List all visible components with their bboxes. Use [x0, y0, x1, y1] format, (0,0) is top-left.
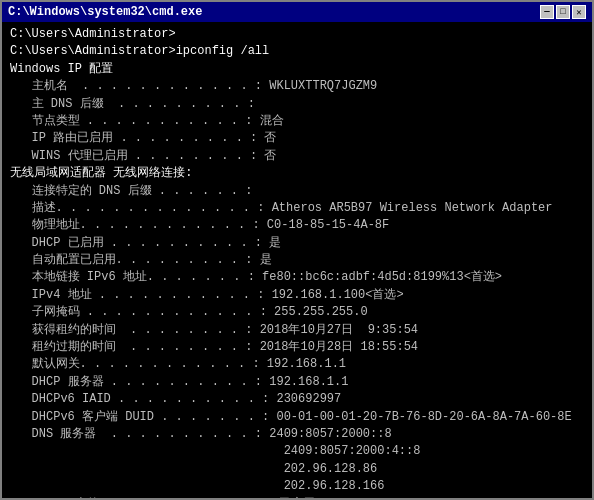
terminal-line: 连接特定的 DNS 后缀 . . . . . . : [10, 183, 584, 200]
maximize-button[interactable]: □ [556, 5, 570, 19]
terminal-line: 202.96.128.166 [10, 478, 584, 495]
terminal-line: DHCPv6 客户端 DUID . . . . . . . : 00-01-00… [10, 409, 584, 426]
terminal-line: DNS 服务器 . . . . . . . . . . : 2409:8057:… [10, 426, 584, 443]
terminal-line: IP 路由已启用 . . . . . . . . . : 否 [10, 130, 584, 147]
cmd-window: C:\Windows\system32\cmd.exe — □ ✕ C:\Use… [0, 0, 594, 500]
terminal-line: WINS 代理已启用 . . . . . . . . : 否 [10, 148, 584, 165]
terminal-line: 自动配置已启用. . . . . . . . . : 是 [10, 252, 584, 269]
terminal-line: 202.96.128.86 [10, 461, 584, 478]
terminal-line: 租约过期的时间 . . . . . . . . : 2018年10月28日 18… [10, 339, 584, 356]
window-title: C:\Windows\system32\cmd.exe [8, 5, 202, 19]
terminal-line: 主 DNS 后缀 . . . . . . . . . : [10, 96, 584, 113]
terminal-line: C:\Users\Administrator> [10, 26, 584, 43]
terminal-line: 节点类型 . . . . . . . . . . . : 混合 [10, 113, 584, 130]
terminal-line: 物理地址. . . . . . . . . . . . : C0-18-85-1… [10, 217, 584, 234]
terminal-line: Windows IP 配置 [10, 61, 584, 78]
terminal-line: 主机名 . . . . . . . . . . . . : WKLUXTTRQ7… [10, 78, 584, 95]
terminal-line: 本地链接 IPv6 地址. . . . . . . : fe80::bc6c:a… [10, 269, 584, 286]
title-bar-controls: — □ ✕ [540, 5, 586, 19]
terminal-line: 获得租约的时间 . . . . . . . . : 2018年10月27日 9:… [10, 322, 584, 339]
close-button[interactable]: ✕ [572, 5, 586, 19]
terminal-line: DHCPv6 IAID . . . . . . . . . . : 230692… [10, 391, 584, 408]
terminal-line: 描述. . . . . . . . . . . . . . : Atheros … [10, 200, 584, 217]
terminal-line: C:\Users\Administrator>ipconfig /all [10, 43, 584, 60]
minimize-button[interactable]: — [540, 5, 554, 19]
terminal-line: 默认网关. . . . . . . . . . . . : 192.168.1.… [10, 356, 584, 373]
terminal-line: DHCP 已启用 . . . . . . . . . . : 是 [10, 235, 584, 252]
terminal-line: 子网掩码 . . . . . . . . . . . . : 255.255.2… [10, 304, 584, 321]
terminal-line: DHCP 服务器 . . . . . . . . . . : 192.168.1… [10, 374, 584, 391]
terminal-line: 无线局域网适配器 无线网络连接: [10, 165, 584, 182]
terminal-line: TCPIP 上的 NetBIOS . . . . . . . : 已启用 [10, 496, 584, 498]
terminal-content: C:\Users\Administrator>C:\Users\Administ… [2, 22, 592, 498]
terminal-line: 2409:8057:2000:4::8 [10, 443, 584, 460]
terminal-line: IPv4 地址 . . . . . . . . . . . : 192.168.… [10, 287, 584, 304]
title-bar: C:\Windows\system32\cmd.exe — □ ✕ [2, 2, 592, 22]
